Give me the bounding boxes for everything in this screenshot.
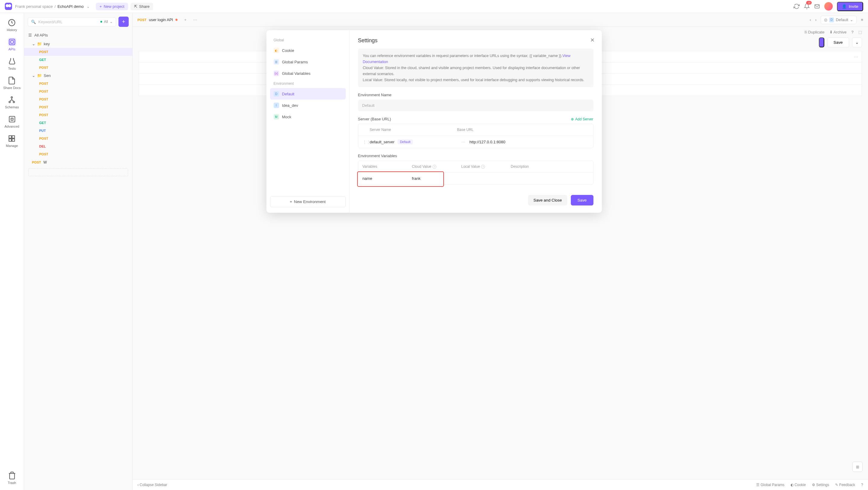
tree-item[interactable]: POST <box>24 111 132 119</box>
modal-save-button[interactable]: Save <box>571 195 593 205</box>
svg-rect-9 <box>12 136 15 138</box>
tree-item[interactable]: POST W <box>24 158 132 167</box>
tree-item[interactable]: POST <box>24 64 132 71</box>
add-api-button[interactable]: + <box>119 17 129 27</box>
save-button[interactable]: Save <box>827 37 849 47</box>
save-and-close-button[interactable]: Save and Close <box>528 195 567 205</box>
sidebar-top: 🔍 Keyword/URL All ⌄ + <box>24 13 132 30</box>
close-button[interactable]: ✕ <box>590 37 595 44</box>
settings-button[interactable]: ⚙ Settings <box>812 483 830 487</box>
collapse-sidebar-button[interactable]: ‹ Collapse Sidebar <box>137 483 167 487</box>
modal-content: Settings ✕ You can reference environment… <box>350 30 602 213</box>
modal-env-default[interactable]: D Default <box>270 88 346 99</box>
global-params-button[interactable]: ☰ Global Params <box>756 483 784 487</box>
var-name-cell[interactable]: name <box>363 176 408 181</box>
project-name[interactable]: EchoAPI demo <box>58 4 84 9</box>
rail-advanced[interactable]: Advanced <box>4 115 19 128</box>
more-icon[interactable]: ⋯ <box>461 140 465 144</box>
docs-icon <box>7 76 16 85</box>
more-icon[interactable]: ⋯ <box>854 55 858 59</box>
tree-item[interactable]: POST <box>24 80 132 87</box>
modal-env-mock[interactable]: M Mock <box>270 111 346 122</box>
filter-dropdown[interactable]: All ⌄ <box>100 20 113 24</box>
env-name-input[interactable] <box>358 99 593 111</box>
share-button[interactable]: ⇱ Share <box>130 3 153 10</box>
tree-group-key[interactable]: ⌄ 📁 key <box>24 40 132 48</box>
menu-icon[interactable]: ≡ <box>861 18 863 22</box>
var-cloud-cell[interactable]: frank <box>412 176 457 181</box>
trash-icon <box>8 471 16 480</box>
server-table: Server Name Base URL ⋮⋮ default_server D… <box>358 124 593 148</box>
new-environment-button[interactable]: + New Environment <box>270 196 346 207</box>
tree-item[interactable]: POST <box>24 103 132 111</box>
tab-more-button[interactable]: ⋯ <box>193 18 197 22</box>
feedback-icon: ✎ <box>835 483 838 487</box>
app-logo[interactable] <box>5 3 12 10</box>
manage-icon <box>7 134 16 143</box>
tree-item[interactable]: POST <box>24 48 132 56</box>
rail-history[interactable]: History <box>7 19 17 32</box>
plus-icon: + <box>99 4 102 9</box>
duplicate-button[interactable]: ⎘ Duplicate <box>805 30 825 34</box>
layout-toggle-button[interactable]: ⊞ <box>852 462 863 472</box>
add-server-button[interactable]: ⊕ Add Server <box>571 117 593 121</box>
rail-share-docs[interactable]: Share Docs <box>3 76 21 90</box>
cookie-icon: ◐ <box>274 48 279 53</box>
workspace-name[interactable]: Frank personal space <box>15 4 53 9</box>
tree-item[interactable]: PUT <box>24 127 132 135</box>
rail-tests[interactable]: Tests <box>8 57 16 70</box>
section-environment: Environment <box>270 79 346 88</box>
tree-item[interactable]: POST <box>24 87 132 95</box>
tab-active[interactable]: POST user login API <box>137 18 178 22</box>
save-dropdown-button[interactable]: ⌄ <box>852 37 862 47</box>
modal-item-global-variables[interactable]: {x} Global Variables <box>270 67 346 79</box>
modal-item-cookie[interactable]: ◐ Cookie <box>270 45 346 56</box>
status-dot-icon <box>100 21 102 23</box>
nav-right-icon[interactable]: › <box>815 18 816 22</box>
help-icon[interactable]: ? <box>433 165 436 169</box>
tree-item[interactable]: GET <box>24 119 132 127</box>
placeholder-row <box>28 168 128 176</box>
refresh-icon[interactable] <box>794 3 800 9</box>
modal-title: Settings <box>358 37 593 44</box>
avatar[interactable] <box>824 2 833 10</box>
modal-env-idea-dev[interactable]: I Idea_dev <box>270 99 346 111</box>
bell-icon[interactable]: 19 <box>804 3 810 9</box>
search-icon: 🔍 <box>31 20 36 24</box>
message-icon[interactable] <box>814 3 820 9</box>
feedback-button[interactable]: ✎ Feedback <box>835 483 855 487</box>
vars-row[interactable]: name frank <box>358 173 593 184</box>
help-icon[interactable]: ? <box>861 483 863 487</box>
new-project-button[interactable]: + New project <box>96 3 128 10</box>
help-icon[interactable]: ? <box>481 165 485 169</box>
chevron-down-icon[interactable]: ⌄ <box>87 4 90 9</box>
send-button[interactable] <box>819 37 824 47</box>
archive-button[interactable]: ⬇ Archive <box>830 30 846 34</box>
tree-item[interactable]: POST <box>24 95 132 103</box>
search-input[interactable]: 🔍 Keyword/URL All ⌄ <box>28 17 116 27</box>
modal-item-global-params[interactable]: ☰ Global Params <box>270 56 346 67</box>
gear-icon: ⚙ <box>812 483 815 487</box>
server-row[interactable]: ⋮⋮ default_server Default ⋯ http://127.0… <box>358 136 593 148</box>
tab-add-button[interactable]: + <box>184 18 187 22</box>
tree-item[interactable]: POST <box>24 150 132 158</box>
rail-manage[interactable]: Manage <box>6 134 18 148</box>
expand-icon[interactable]: ⬚ <box>858 30 862 34</box>
tree-item[interactable]: GET <box>24 56 132 64</box>
tree-group-sen[interactable]: ⌄ 📁 Sen <box>24 71 132 80</box>
nav-left-icon[interactable]: ‹ <box>810 18 811 22</box>
tree-item[interactable]: DEL <box>24 142 132 150</box>
tree-item[interactable]: POST <box>24 135 132 142</box>
rail-apis[interactable]: APIs <box>8 38 16 51</box>
modal-sidebar: Global ◐ Cookie ☰ Global Params {x} Glob… <box>267 30 350 213</box>
cookie-button[interactable]: ◐ Cookie <box>790 483 806 487</box>
all-apis-header[interactable]: ☰ All APIs <box>24 30 132 40</box>
help-icon[interactable]: ? <box>851 30 854 34</box>
rail-trash[interactable]: Trash <box>8 471 16 485</box>
rail-schemas[interactable]: Schemas <box>5 96 19 109</box>
invite-button[interactable]: 👤 Invite <box>837 2 863 11</box>
drag-handle-icon[interactable]: ⋮⋮ <box>363 140 370 144</box>
svg-rect-7 <box>9 116 15 122</box>
sidebar: 🔍 Keyword/URL All ⌄ + ☰ All APIs ⌄ 📁 key… <box>24 13 133 490</box>
environment-selector[interactable]: ◎ D Default ⌄ <box>821 16 857 24</box>
